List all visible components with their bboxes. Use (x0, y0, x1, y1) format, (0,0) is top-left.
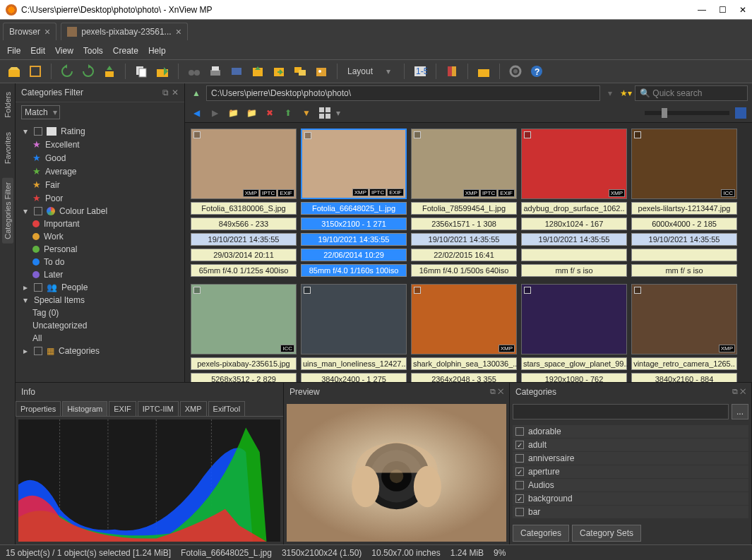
info-cell[interactable]: 5268x3512 - 2 829 (191, 373, 297, 382)
info-tab[interactable]: XMP (180, 401, 207, 416)
info-cell[interactable]: 3840x2160 - 884 (631, 373, 737, 382)
info-cell[interactable]: adybug_drop_surface_1062.. (521, 202, 627, 215)
info-cell[interactable]: Fotolia_66648025_L.jpg (301, 202, 407, 215)
info-cell[interactable]: 22/06/2014 10:29 (301, 249, 407, 261)
info-tab[interactable]: ExifTool (208, 401, 246, 416)
panel-close-icon[interactable]: ✕ (172, 88, 179, 97)
export-icon[interactable] (249, 63, 266, 80)
menu-file[interactable]: File (7, 46, 20, 56)
forward-icon[interactable]: ▶ (208, 106, 222, 120)
sort-icon[interactable]: 1-5 (412, 63, 429, 80)
back-icon[interactable]: ◀ (189, 106, 203, 120)
info-cell[interactable]: 3150x2100 - 1 271 (301, 218, 407, 230)
folder-star-icon[interactable] (475, 63, 492, 80)
menu-edit[interactable]: Edit (30, 46, 45, 56)
menu-create[interactable]: Create (113, 46, 138, 56)
batch-icon[interactable] (292, 63, 309, 80)
favorite-star-icon[interactable]: ★▾ (620, 88, 632, 98)
info-cell[interactable]: 19/10/2021 14:35:55 (191, 233, 297, 246)
tab-browser[interactable]: Browser × (3, 23, 56, 40)
tab-categories[interactable]: Categories (513, 525, 569, 542)
info-cell[interactable]: 29/03/2014 20:11 (191, 249, 297, 261)
info-cell[interactable]: 85mm f/4.0 1/160s 100iso (301, 264, 407, 277)
upload-icon[interactable] (101, 63, 118, 80)
view-mode-icon[interactable] (318, 106, 332, 120)
checkbox[interactable]: ✓ (515, 467, 524, 476)
tree-item[interactable]: Tag (0) (32, 306, 179, 319)
thumb-checkbox[interactable] (634, 287, 641, 294)
thumb-size-slider[interactable] (645, 111, 729, 115)
info-cell[interactable]: 19/10/2021 14:35:55 (301, 233, 407, 246)
thumbnail-card[interactable]: ICC (191, 284, 297, 355)
category-search-more-button[interactable]: ... (732, 404, 748, 419)
thumbnail-card[interactable] (301, 284, 407, 355)
thumb-checkbox[interactable] (524, 131, 531, 138)
info-cell[interactable]: 65mm f/4.0 1/125s 400iso (191, 264, 297, 277)
nav-up-icon[interactable]: ▲ (189, 86, 203, 100)
checkbox[interactable] (515, 454, 524, 463)
info-cell[interactable]: pexels-lilartsy-1213447.jpg (631, 202, 737, 215)
thumb-checkbox[interactable] (524, 287, 531, 294)
tree-label[interactable]: Special Items (34, 295, 85, 305)
tree-item[interactable]: ★Poor (32, 191, 179, 205)
path-input[interactable]: C:\Users\pierre\Desktop\photo\photo\ (206, 85, 600, 101)
collapse-icon[interactable]: ▾ (21, 295, 30, 305)
close-button[interactable]: ✕ (739, 5, 746, 15)
info-cell[interactable]: 2356x1571 - 1 308 (411, 218, 517, 230)
info-tab[interactable]: IPTC-IIM (138, 401, 179, 416)
grid-icon[interactable] (734, 106, 748, 120)
info-cell[interactable]: 849x566 - 233 (191, 218, 297, 230)
collapse-icon[interactable]: ▾ (21, 206, 30, 216)
tree-item[interactable]: ★Fair (32, 178, 179, 191)
info-cell[interactable]: shark_dolphin_sea_130036_.. (411, 357, 517, 370)
folder-icon[interactable]: 📁 (226, 106, 240, 120)
path-dropdown-icon[interactable]: ▾ (603, 86, 617, 100)
tab-image[interactable]: pexels-pixabay-23561... × (61, 23, 188, 40)
info-tab[interactable]: Histogram (62, 401, 107, 416)
category-item[interactable]: ✓adult (513, 439, 748, 451)
info-cell[interactable]: mm f/ s iso (521, 264, 627, 277)
category-item[interactable]: ✓background (513, 492, 748, 505)
thumbnail-card[interactable]: XMPIPTCEXIF (411, 129, 517, 199)
stub-favorites[interactable]: Favorites (4, 132, 12, 164)
folder-plus-icon[interactable]: 📁 (244, 106, 258, 120)
tree-item[interactable]: Important (32, 218, 179, 230)
tree-item[interactable]: All (32, 332, 179, 345)
checkbox[interactable]: ✓ (515, 494, 524, 503)
info-cell[interactable]: 19/10/2021 14:35:55 (521, 233, 627, 246)
tree-item[interactable]: ★Good (32, 151, 179, 165)
minimize-button[interactable]: — (698, 5, 706, 15)
print-icon[interactable] (207, 63, 224, 80)
thumb-checkbox[interactable] (634, 131, 641, 138)
thumb-checkbox[interactable] (304, 132, 311, 139)
thumb-checkbox[interactable] (304, 287, 311, 294)
thumbnail-card[interactable]: XMP (411, 284, 517, 355)
category-item[interactable]: adorable (513, 425, 748, 438)
tree-label[interactable]: People (61, 282, 88, 292)
tree-item[interactable]: ★Average (32, 165, 179, 178)
open-icon[interactable] (6, 63, 23, 80)
stub-categories-filter[interactable]: Categories Filter (2, 178, 13, 244)
checkbox[interactable] (515, 508, 524, 516)
checkbox[interactable] (34, 347, 42, 355)
delete-icon[interactable]: ✖ (263, 106, 277, 120)
expand-icon[interactable]: ▸ (21, 282, 30, 292)
tree-item[interactable]: Work (32, 230, 179, 243)
tab-close-icon[interactable]: × (44, 26, 50, 37)
tree-item[interactable]: Later (32, 268, 179, 281)
info-cell[interactable]: 19/10/2021 14:35:55 (411, 233, 517, 246)
category-item[interactable]: Audios (513, 479, 748, 492)
info-tab[interactable]: Properties (16, 401, 61, 416)
info-cell[interactable]: Fotolia_63180006_S.jpg (191, 202, 297, 215)
info-cell[interactable]: vintage_retro_camera_1265.. (631, 357, 737, 370)
info-tab[interactable]: EXIF (109, 401, 136, 416)
tree-item[interactable]: Personal (32, 243, 179, 256)
expand-icon[interactable]: ▸ (21, 346, 30, 356)
category-item[interactable]: ✓aperture (513, 465, 748, 478)
tree-label[interactable]: Colour Label (59, 206, 107, 216)
thumbnail-card[interactable]: XMP (631, 284, 737, 355)
thumb-checkbox[interactable] (414, 287, 421, 294)
checkbox[interactable] (34, 207, 42, 215)
info-cell[interactable]: mm f/ s iso (631, 264, 737, 277)
folder-move-icon[interactable] (154, 63, 171, 80)
